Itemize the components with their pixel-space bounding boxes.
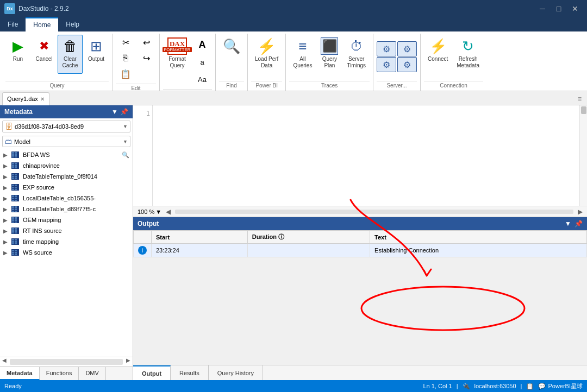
cut-button[interactable]: ✂	[116, 35, 135, 50]
output-tab-output[interactable]: Output	[133, 365, 171, 380]
cancel-button[interactable]: ✖ Cancel	[32, 35, 57, 74]
svg-rect-30	[15, 195, 17, 197]
expand-icon: ▶	[3, 185, 9, 191]
menu-home[interactable]: Home	[26, 17, 58, 31]
svg-rect-67	[15, 252, 17, 254]
sidebar-tab-functions[interactable]: Functions	[40, 367, 79, 380]
undo-button[interactable]: ↩	[136, 35, 156, 50]
editor-scrollbar-h[interactable]	[175, 210, 573, 214]
redo-button[interactable]: ↪	[136, 50, 156, 66]
copy-icon: 📋	[526, 383, 534, 390]
run-button[interactable]: ▶ Run	[5, 35, 30, 74]
zoom-dropdown-icon[interactable]: ▼	[155, 208, 161, 215]
tree-item-exp[interactable]: ▶ EXP source	[0, 182, 133, 193]
copy-button[interactable]: ⎘	[116, 50, 135, 66]
output-button[interactable]: ⊞ Output	[84, 35, 109, 74]
paste-button[interactable]: 📋	[116, 66, 135, 81]
zoom-control[interactable]: 100 % ▼	[138, 208, 161, 215]
tab-options[interactable]: ≡	[578, 95, 585, 103]
query1-tab[interactable]: Query1.dax ✕	[2, 92, 49, 105]
tab-close-button[interactable]: ✕	[40, 96, 45, 102]
table-icon	[11, 216, 20, 224]
server-timings-button[interactable]: ⏱ ServerTimings	[343, 35, 370, 74]
server-btn-3[interactable]: ⚙	[377, 57, 396, 72]
sidebar-tab-dmv[interactable]: DMV	[79, 367, 105, 380]
code-editor[interactable]	[153, 105, 579, 217]
scroll-right-icon[interactable]: ▶	[578, 208, 583, 216]
connect-label: Connect	[428, 56, 448, 62]
maximize-button[interactable]: □	[551, 3, 566, 14]
tree-item-time-mapping[interactable]: ▶ time mapping	[0, 236, 133, 247]
refresh-icon: ↻	[459, 37, 477, 55]
expand-icon: ▶	[3, 250, 9, 256]
server-btn-4[interactable]: ⚙	[397, 57, 417, 72]
all-queries-button[interactable]: ≡ AllQueries	[289, 35, 316, 74]
output-dropdown-icon[interactable]: ▼	[565, 220, 571, 227]
cursor-position: Ln 1, Col 1	[423, 383, 452, 389]
status-text: Ready	[4, 383, 22, 389]
expand-icon: ▶	[3, 239, 9, 245]
minimize-button[interactable]: ─	[535, 3, 550, 14]
sidebar-dropdown-icon[interactable]: ▼	[111, 108, 118, 116]
format-query-button[interactable]: DAX FORMATTER FormatQuery	[163, 35, 191, 74]
title-bar-left: Dx DaxStudio - 2.9.2	[4, 3, 69, 14]
server4-icon: ⚙	[401, 59, 413, 71]
svg-rect-12	[12, 167, 14, 168]
menu-file[interactable]: File	[0, 17, 26, 31]
refresh-label: RefreshMetadata	[457, 56, 479, 69]
tree-item-localdate-cb[interactable]: ▶ LocalDateTable_cb156355-	[0, 193, 133, 204]
sidebar-scrollbar[interactable]: ◀ ▶	[0, 357, 133, 366]
text-larger-button[interactable]: A	[192, 37, 212, 52]
tree-item-datetable[interactable]: ▶ DateTableTemplate_0f8f014	[0, 171, 133, 182]
connection-dropdown[interactable]: 🗄 d36d1f08-37af-4d03-8ed9 ▼	[2, 121, 130, 132]
tree-item-ws-source[interactable]: ▶ WS source	[0, 247, 133, 258]
connection-dropdown-arrow: ▼	[123, 124, 128, 129]
close-button[interactable]: ✕	[567, 3, 583, 14]
editor-scrollbar-v[interactable]	[579, 105, 587, 217]
tree-label: OEM mapping	[23, 217, 129, 223]
find-button[interactable]: 🔍	[219, 35, 244, 74]
text-smaller-button[interactable]: a	[192, 54, 212, 69]
svg-rect-34	[15, 200, 17, 201]
clear-cache-button[interactable]: 🗑 ClearCache	[58, 35, 83, 74]
server-btn-1[interactable]: ⚙	[377, 41, 396, 56]
output-tab-query-history[interactable]: Query History	[209, 365, 263, 380]
tree-item-chinaprovince[interactable]: ▶ chinaprovince	[0, 160, 133, 171]
tree-item-bfda-ws[interactable]: ▶ BFDA WS 🔍	[0, 149, 133, 160]
svg-rect-2	[15, 152, 17, 154]
model-dropdown[interactable]: 🗃 Model ▼	[2, 136, 130, 147]
search-icon[interactable]: 🔍	[122, 151, 129, 159]
svg-rect-27	[15, 189, 17, 190]
connect-icon: ⚡	[429, 37, 447, 55]
watermark: 💬 PowerBI星球	[538, 382, 583, 390]
svg-rect-13	[15, 167, 17, 168]
tree-item-oem[interactable]: ▶ OEM mapping	[0, 214, 133, 225]
server-timings-label: ServerTimings	[347, 56, 366, 69]
svg-rect-3	[12, 154, 14, 156]
sidebar-tab-metadata[interactable]: Metadata	[0, 367, 40, 380]
svg-rect-11	[15, 165, 17, 167]
scroll-left-icon[interactable]: ◀	[166, 208, 171, 216]
output-tab-results[interactable]: Results	[171, 365, 209, 380]
output-bottom-tabs: Output Results Query History	[133, 365, 587, 380]
line-numbers: 1	[133, 105, 153, 217]
output-pin-icon[interactable]: 📌	[574, 220, 583, 227]
svg-rect-50	[12, 228, 14, 230]
tree-item-rt-ins[interactable]: ▶ RT INS source	[0, 225, 133, 236]
svg-rect-45	[12, 219, 14, 221]
sidebar-pin-icon[interactable]: 📌	[120, 108, 128, 116]
format-extra-button[interactable]: Aa	[192, 72, 212, 87]
refresh-metadata-button[interactable]: ↻ RefreshMetadata	[453, 35, 483, 74]
menu-help[interactable]: Help	[58, 17, 87, 31]
connect-button[interactable]: ⚡ Connect	[424, 35, 452, 74]
tree-item-localdate-d8[interactable]: ▶ LocalDateTable_d89f77f5-c	[0, 204, 133, 214]
sidebar-header: Metadata ▼ 📌	[0, 105, 133, 118]
load-perf-data-button[interactable]: ⚡ Load PerfData	[251, 35, 282, 74]
svg-rect-8	[12, 163, 14, 165]
output-title: Output	[138, 220, 159, 227]
db-icon: 🗄	[5, 122, 13, 131]
line-number-1: 1	[135, 110, 150, 117]
query-plan-button[interactable]: ⬛ QueryPlan	[317, 35, 342, 74]
separator-2: |	[521, 383, 522, 389]
server-btn-2[interactable]: ⚙	[397, 41, 417, 56]
